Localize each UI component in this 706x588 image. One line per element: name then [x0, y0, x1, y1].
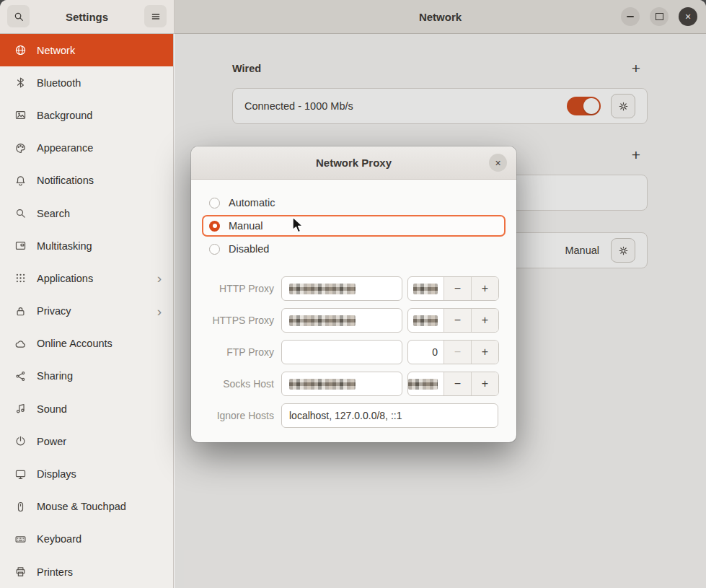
sidebar-item-notifications[interactable]: Notifications: [0, 164, 173, 197]
sidebar-item-label: Background: [37, 110, 92, 121]
redacted-port-value: [408, 379, 438, 390]
sidebar-item-privacy[interactable]: Privacy ›: [0, 295, 173, 328]
port-value[interactable]: [408, 309, 444, 332]
menu-button[interactable]: [144, 5, 167, 27]
radio-label: Manual: [229, 220, 263, 232]
proxy-option-automatic[interactable]: Automatic: [202, 192, 506, 214]
search-button[interactable]: [7, 5, 30, 27]
sidebar-item-keyboard[interactable]: Keyboard: [0, 523, 173, 556]
sidebar-item-label: Sound: [37, 403, 67, 415]
port-decrement-button[interactable]: −: [444, 277, 471, 300]
keyboard-icon: [14, 533, 27, 545]
field-label: HTTPS Proxy: [202, 315, 274, 326]
redacted-host-value: [289, 379, 356, 390]
ftp-proxy-host-input[interactable]: [281, 340, 402, 364]
search-icon: [14, 207, 27, 219]
port-increment-button[interactable]: +: [471, 341, 498, 364]
socks-host-input[interactable]: [281, 372, 402, 396]
http-proxy-row: HTTP Proxy − +: [202, 276, 516, 301]
port-increment-button[interactable]: +: [471, 309, 498, 332]
sidebar-item-label: Online Accounts: [37, 338, 112, 349]
port-decrement-button[interactable]: −: [444, 372, 471, 395]
redacted-host-value: [289, 284, 356, 294]
field-label: Socks Host: [202, 378, 274, 390]
sidebar-item-online-accounts[interactable]: Online Accounts: [0, 328, 173, 360]
sidebar-item-applications[interactable]: Applications ›: [0, 262, 173, 294]
sidebar-item-search[interactable]: Search: [0, 197, 173, 229]
sidebar-item-label: Multitasking: [37, 240, 92, 252]
cloud-icon: [14, 338, 27, 350]
sidebar-item-background[interactable]: Background: [0, 99, 173, 131]
sidebar-item-bluetooth[interactable]: Bluetooth: [0, 66, 173, 99]
http-proxy-port-spinner: − +: [407, 276, 499, 301]
sidebar-item-appearance[interactable]: Appearance: [0, 132, 173, 164]
field-label: FTP Proxy: [202, 346, 274, 358]
radio-unchecked-icon: [209, 244, 220, 255]
apps-grid-icon: [14, 272, 27, 284]
radio-unchecked-icon: [209, 198, 220, 209]
ftp-proxy-row: FTP Proxy 0 − +: [202, 340, 516, 364]
field-label: HTTP Proxy: [202, 283, 274, 294]
ignore-hosts-row: Ignore Hosts localhost, 127.0.0.0/8, ::1: [202, 403, 516, 428]
socks-host-row: Socks Host − +: [202, 372, 516, 396]
background-image-icon: [14, 109, 27, 121]
multitasking-icon: [14, 240, 27, 252]
socks-port-spinner: − +: [407, 372, 499, 396]
chevron-right-icon: ›: [157, 304, 173, 318]
port-value[interactable]: 0: [408, 341, 444, 364]
sidebar-item-printers[interactable]: Printers: [0, 556, 173, 588]
field-label: Ignore Hosts: [202, 410, 274, 421]
port-value[interactable]: [408, 372, 444, 395]
http-proxy-host-input[interactable]: [281, 276, 402, 301]
sidebar-item-label: Bluetooth: [37, 77, 81, 89]
dialog-body: Automatic Manual Disabled HTTP Proxy − +: [191, 180, 516, 428]
sidebar-item-mouse-touchpad[interactable]: Mouse & Touchpad: [0, 491, 173, 523]
port-increment-button[interactable]: +: [471, 372, 498, 395]
lock-icon: [14, 305, 27, 317]
bluetooth-icon: [14, 76, 27, 89]
mouse-icon: [14, 501, 27, 513]
share-icon: [14, 370, 27, 382]
ignore-hosts-input[interactable]: localhost, 127.0.0.0/8, ::1: [281, 403, 498, 428]
proxy-form: HTTP Proxy − + HTTPS Proxy − +: [191, 276, 516, 428]
port-decrement-button: −: [444, 341, 471, 364]
proxy-option-disabled[interactable]: Disabled: [202, 238, 506, 260]
sidebar-item-network[interactable]: Network: [0, 34, 173, 66]
dialog-close-button[interactable]: ×: [489, 154, 507, 172]
https-proxy-port-spinner: − +: [407, 308, 499, 333]
dialog-title: Network Proxy: [316, 157, 392, 169]
ignore-hosts-value: localhost, 127.0.0.0/8, ::1: [289, 410, 402, 421]
https-proxy-host-input[interactable]: [281, 308, 402, 333]
port-decrement-button[interactable]: −: [444, 309, 471, 332]
sidebar-item-sound[interactable]: Sound: [0, 392, 173, 425]
sidebar-item-displays[interactable]: Displays: [0, 457, 173, 490]
port-value[interactable]: [408, 277, 444, 300]
bell-icon: [14, 175, 27, 187]
printer-icon: [14, 566, 27, 578]
sidebar-item-multitasking[interactable]: Multitasking: [0, 229, 173, 262]
port-increment-button[interactable]: +: [471, 277, 498, 300]
sidebar-item-label: Applications: [37, 273, 93, 284]
monitor-icon: [14, 468, 27, 481]
search-icon: [13, 11, 25, 22]
dialog-headerbar: Network Proxy ×: [191, 146, 516, 180]
ftp-proxy-port-spinner: 0 − +: [407, 340, 499, 364]
radio-dot: [213, 224, 217, 228]
sidebar-item-label: Notifications: [37, 175, 94, 186]
sidebar-item-sharing[interactable]: Sharing: [0, 360, 173, 392]
redacted-port-value: [413, 315, 438, 326]
globe-icon: [14, 44, 27, 56]
music-note-icon: [14, 403, 27, 415]
redacted-host-value: [289, 315, 356, 326]
gnome-settings-window: Settings Network × Network Bluetooth Bac…: [0, 0, 706, 588]
proxy-option-manual[interactable]: Manual: [202, 215, 506, 237]
sidebar-item-label: Keyboard: [37, 533, 81, 545]
sidebar-item-label: Displays: [37, 468, 76, 480]
sidebar-item-power[interactable]: Power: [0, 425, 173, 457]
sidebar-item-label: Sharing: [37, 370, 73, 382]
redacted-port-value: [413, 284, 438, 294]
https-proxy-row: HTTPS Proxy − +: [202, 308, 516, 333]
sidebar-headerbar: Settings: [0, 0, 175, 34]
radio-label: Disabled: [229, 243, 269, 255]
sidebar-item-label: Search: [37, 208, 70, 219]
